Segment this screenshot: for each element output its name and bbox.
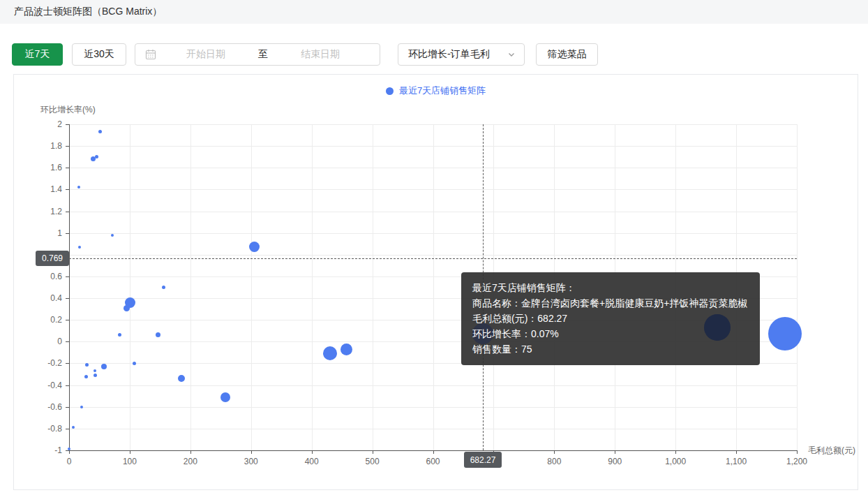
data-point[interactable] <box>323 346 337 360</box>
x-axis-tick <box>797 450 798 454</box>
y-axis-tick-label: 1.4 <box>34 184 62 194</box>
tooltip-line: 最近7天店铺销售矩阵： <box>472 280 749 295</box>
y-axis-tick-label: 0.6 <box>34 272 62 281</box>
y-axis-tick-label: 1 <box>34 228 62 238</box>
y-axis-tick-label: -0.6 <box>34 402 62 412</box>
x-axis-tick-label: 900 <box>594 457 636 466</box>
x-axis-tick-label: 600 <box>412 457 454 466</box>
tooltip-line: 毛利总额(元)：682.27 <box>472 311 749 326</box>
tooltip-content: 最近7天店铺销售矩阵：商品名称：金牌台湾卤肉套餐+脱脂健康豆奶+拌饭神器贡菜脆椒… <box>461 272 760 364</box>
y-axis-tick-label: 2 <box>34 119 62 129</box>
calendar-icon <box>145 49 156 60</box>
filter-dishes-button[interactable]: 筛选菜品 <box>536 43 598 66</box>
data-point[interactable] <box>118 333 121 337</box>
date-range-separator: 至 <box>255 48 271 61</box>
data-point[interactable] <box>93 374 97 377</box>
x-axis-tick-label: 300 <box>230 457 272 466</box>
x-axis-tick <box>675 450 676 454</box>
x-axis-tick <box>433 450 434 454</box>
data-point[interactable] <box>95 155 98 158</box>
x-gridline <box>190 124 191 450</box>
data-point[interactable] <box>125 297 135 308</box>
y-axis-tick-label: 0.4 <box>34 293 62 303</box>
x-gridline <box>433 124 434 450</box>
bcg-scatter-chart[interactable]: 21.81.61.41.210.80.60.40.20-0.2-0.4-0.6-… <box>14 75 858 489</box>
y-axis-tick-label: 1.2 <box>34 207 62 216</box>
range-last7-button[interactable]: 近7天 <box>12 43 63 66</box>
x-axis-tick-label: 1,000 <box>654 457 696 466</box>
x-axis-tick <box>130 450 130 454</box>
x-gridline <box>373 124 373 450</box>
y-axis-tick-label: 1.6 <box>34 163 62 172</box>
x-axis-tick-label: 1,100 <box>715 457 757 466</box>
x-axis-tick <box>69 450 70 454</box>
data-point[interactable] <box>341 344 352 355</box>
tooltip: 最近7天店铺销售矩阵：商品名称：金牌台湾卤肉套餐+脱脂健康豆奶+拌饭神器贡菜脆椒… <box>461 272 760 365</box>
data-point[interactable] <box>156 332 160 337</box>
y-axis-tick-label: -0.2 <box>34 358 62 368</box>
data-point[interactable] <box>162 286 165 289</box>
x-axis-tick <box>251 450 252 454</box>
x-axis-tick-label: 400 <box>291 457 333 466</box>
metric-select[interactable]: 环比增长-订单毛利 <box>398 43 525 66</box>
y-axis-tick-label: 1.8 <box>34 141 62 151</box>
x-axis-tick <box>736 450 737 454</box>
page-header: 产品波士顿矩阵图（BCG Matrix） <box>0 0 868 24</box>
tooltip-line: 销售数量：75 <box>472 341 749 357</box>
x-axis-tick-label: 200 <box>170 457 211 466</box>
start-date-input[interactable]: 开始日期 <box>156 48 255 61</box>
data-point[interactable] <box>85 363 89 367</box>
x-axis-tick <box>312 450 313 454</box>
y-axis-tick-label: -0.4 <box>34 381 62 390</box>
y-axis-tick-label: -0.8 <box>34 424 62 434</box>
x-axis-tick-label: 1,200 <box>776 457 818 466</box>
x-axis-tick <box>190 450 191 454</box>
x-axis-tick-label: 500 <box>352 457 394 466</box>
range-last30-button[interactable]: 近30天 <box>72 43 126 66</box>
data-point[interactable] <box>249 242 260 252</box>
data-point[interactable] <box>84 375 88 378</box>
metric-select-value: 环比增长-订单毛利 <box>408 48 507 61</box>
data-point[interactable] <box>80 406 83 408</box>
data-point[interactable] <box>78 246 81 249</box>
data-point[interactable] <box>133 362 136 365</box>
x-axis-pointer-label: 682.27 <box>464 452 502 468</box>
data-point[interactable] <box>93 369 96 372</box>
y-axis-pointer-label: 0.769 <box>36 251 69 266</box>
x-gridline <box>251 124 252 450</box>
data-point[interactable] <box>101 364 107 369</box>
y-axis-tick-label: 0 <box>34 337 62 346</box>
x-axis-tick-label: 100 <box>109 457 151 466</box>
end-date-input[interactable]: 结束日期 <box>271 48 370 61</box>
x-axis-tick-label: 0 <box>48 457 90 466</box>
tooltip-line: 环比增长率：0.07% <box>472 326 749 341</box>
y-axis-tick-label: 0.2 <box>34 315 62 325</box>
x-gridline <box>312 124 313 450</box>
data-point[interactable] <box>220 392 230 402</box>
crosshair-horizontal-line <box>69 258 797 259</box>
x-axis-title: 毛利总额(元) <box>808 445 855 457</box>
toolbar: 近7天 近30天 开始日期 至 结束日期 环比增长-订单毛利 <box>0 43 868 66</box>
x-axis-tick <box>554 450 555 454</box>
chart-card: 最近7天店铺销售矩阵 21.81.61.41.210.80.60.40.20-0… <box>13 74 858 490</box>
x-gridline <box>130 124 130 450</box>
x-axis-tick-label: 800 <box>533 457 575 466</box>
chevron-down-icon <box>507 50 516 59</box>
data-point[interactable] <box>768 317 802 350</box>
y-axis-tick-label: -1 <box>34 445 62 455</box>
x-gridline <box>69 124 70 450</box>
x-axis-tick <box>615 450 615 454</box>
x-axis-tick <box>373 450 373 454</box>
data-point[interactable] <box>111 234 114 237</box>
tooltip-line: 商品名称：金牌台湾卤肉套餐+脱脂健康豆奶+拌饭神器贡菜脆椒 <box>472 295 749 311</box>
page-title: 产品波士顿矩阵图（BCG Matrix） <box>14 6 162 18</box>
data-point[interactable] <box>178 375 185 382</box>
y-axis-title: 环比增长率(%) <box>40 104 96 116</box>
date-range-picker[interactable]: 开始日期 至 结束日期 <box>135 43 380 66</box>
data-point[interactable] <box>98 130 102 133</box>
x-gridline <box>797 124 798 450</box>
data-point[interactable] <box>77 186 80 189</box>
